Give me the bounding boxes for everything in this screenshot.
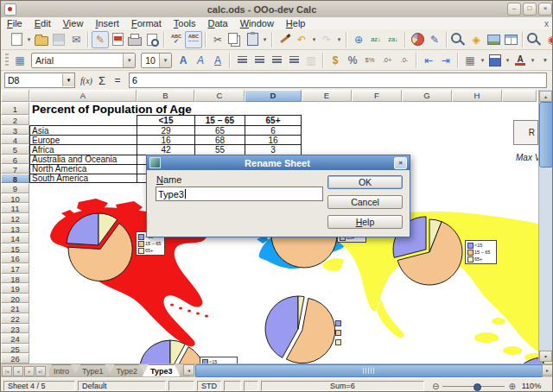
background-color-icon[interactable] [486, 52, 504, 69]
scroll-up-icon[interactable]: ▴ [539, 91, 552, 102]
sheet-tab-type2[interactable]: Type2 [108, 364, 147, 377]
row-header-18[interactable]: 18 [1, 274, 29, 284]
toolbar2-overflow-icon[interactable]: ▾ [537, 52, 553, 69]
value-cell[interactable]: 42 [137, 144, 194, 154]
row-header-8[interactable]: 8 [1, 174, 29, 183]
scroll-left-icon[interactable]: ◂ [183, 364, 194, 376]
menu-tools[interactable]: Tools [168, 18, 202, 28]
copy-icon[interactable] [226, 31, 244, 48]
undo-icon[interactable]: ↶ [293, 31, 310, 48]
font-color-icon[interactable]: A [512, 52, 529, 69]
row-header-1[interactable]: 1 [1, 102, 29, 115]
menu-insert[interactable]: Insert [89, 18, 125, 28]
sheet-name-input[interactable]: Type3 [156, 187, 323, 201]
row-header-23[interactable]: 23 [1, 324, 29, 334]
menu-help[interactable]: Help [280, 18, 312, 28]
value-cell[interactable]: 16 [137, 135, 194, 144]
row-header-20[interactable]: 20 [1, 294, 29, 304]
borders-dropdown-icon[interactable]: ▾ [479, 52, 486, 69]
value-cell[interactable]: 6 [245, 125, 302, 135]
value-cell[interactable]: 55 [194, 144, 245, 154]
value-cell[interactable]: 3 [245, 144, 302, 154]
toolbar-grip[interactable] [5, 54, 9, 67]
paste-icon[interactable] [244, 31, 261, 48]
hyperlink-icon[interactable]: ⊕ [350, 31, 367, 48]
input-line[interactable]: 6 [129, 73, 547, 88]
scroll-right-icon[interactable]: ▸ [542, 364, 553, 376]
maximize-button[interactable]: □ [523, 3, 537, 16]
name-box-dropdown-icon[interactable]: ▾ [62, 74, 74, 86]
zoom-out-icon[interactable]: ⊖ [432, 382, 439, 391]
column-header-E[interactable]: E [302, 90, 352, 102]
region-cell[interactable]: Asia [29, 125, 137, 135]
decrease-indent-icon[interactable]: ⇤ [420, 52, 437, 69]
row-header-10[interactable]: 10 [1, 193, 29, 204]
row-header-9[interactable]: 9 [1, 183, 29, 193]
delete-decimal-icon[interactable]: .0- [396, 52, 413, 69]
row-header-2[interactable]: 2 [1, 115, 29, 125]
merge-cells-icon[interactable]: ▥ [302, 52, 320, 69]
background-color-dropdown-icon[interactable]: ▾ [504, 52, 512, 69]
dialog-title-bar[interactable]: Rename Sheet × [147, 155, 410, 170]
standard-format-icon[interactable]: $% [361, 52, 378, 69]
spellcheck-icon[interactable]: ABC✔ [168, 31, 185, 48]
data-sources-icon[interactable] [502, 31, 519, 48]
gallery-icon[interactable] [485, 31, 502, 48]
formula-icon[interactable]: = [110, 74, 125, 86]
font-name-combo[interactable]: Arial▾ [31, 53, 136, 68]
insert-chart-icon[interactable] [409, 31, 426, 48]
sheet-tab-type1[interactable]: Type1 [73, 364, 112, 377]
region-cell[interactable]: South America [29, 174, 137, 183]
save-icon[interactable] [50, 31, 67, 48]
align-center-icon[interactable] [251, 52, 268, 69]
row-header-11[interactable]: 11 [1, 203, 29, 213]
value-cell[interactable]: 65 [194, 125, 245, 135]
tab-next-icon[interactable]: ▸ [24, 366, 35, 376]
print-icon[interactable] [126, 31, 143, 48]
align-left-icon[interactable] [233, 52, 251, 69]
bold-icon[interactable]: A [175, 52, 192, 69]
format-paintbrush-icon[interactable] [276, 31, 293, 48]
italic-icon[interactable]: A [192, 52, 209, 69]
help-button[interactable]: Help [327, 215, 403, 229]
page-preview-icon[interactable] [143, 31, 161, 48]
row-header-6[interactable]: 6 [1, 155, 29, 164]
sort-ascending-icon[interactable]: az↓ [367, 31, 385, 48]
column-header-C[interactable]: C [194, 90, 245, 102]
close-button[interactable]: × [538, 3, 552, 16]
sum-icon[interactable]: Σ [94, 74, 110, 87]
font-name-combo-dropdown-icon[interactable]: ▾ [123, 54, 135, 67]
function-wizard-icon[interactable]: f(x) [79, 76, 94, 85]
age-header-cell[interactable]: <15 [137, 115, 194, 125]
close-document-button[interactable]: x [544, 19, 549, 28]
increase-indent-icon[interactable]: ⇥ [437, 52, 454, 69]
region-cell[interactable]: Australia and Oceania [29, 155, 137, 164]
sheet-tab-intro[interactable]: Intro [49, 364, 78, 377]
help-icon[interactable]: ◉ [543, 31, 553, 48]
zoom-in-icon[interactable]: ⊕ [508, 382, 515, 391]
borders-icon[interactable]: ▦ [461, 52, 479, 69]
find-replace-icon[interactable] [450, 31, 467, 48]
age-header-cell[interactable]: 65+ [245, 115, 302, 125]
font-size-combo[interactable]: 10▾ [141, 53, 172, 68]
menu-format[interactable]: Format [125, 18, 168, 28]
menu-data[interactable]: Data [201, 18, 233, 28]
column-header-B[interactable]: B [137, 90, 194, 102]
draw-functions-icon[interactable]: ✎ [426, 31, 443, 48]
cut-icon[interactable]: ✂ [209, 31, 226, 48]
row-header-5[interactable]: 5 [1, 144, 29, 154]
vertical-scrollbar-thumb[interactable] [539, 102, 553, 168]
column-header-G[interactable]: G [402, 90, 452, 102]
minimize-button[interactable]: – [507, 3, 521, 16]
row-header-17[interactable]: 17 [1, 263, 29, 274]
row-header-26[interactable]: 26 [1, 353, 29, 364]
dialog-close-icon[interactable]: × [394, 157, 407, 169]
page-style[interactable]: Default [78, 381, 166, 391]
row-header-21[interactable]: 21 [1, 303, 29, 313]
paste-dropdown-icon[interactable]: ▾ [261, 31, 269, 48]
value-cell[interactable]: 29 [137, 125, 194, 135]
region-cell[interactable]: Europe [29, 135, 137, 144]
region-cell[interactable]: Africa [29, 144, 137, 154]
grid-corner[interactable] [1, 90, 29, 102]
column-header-D[interactable]: D [245, 90, 302, 102]
